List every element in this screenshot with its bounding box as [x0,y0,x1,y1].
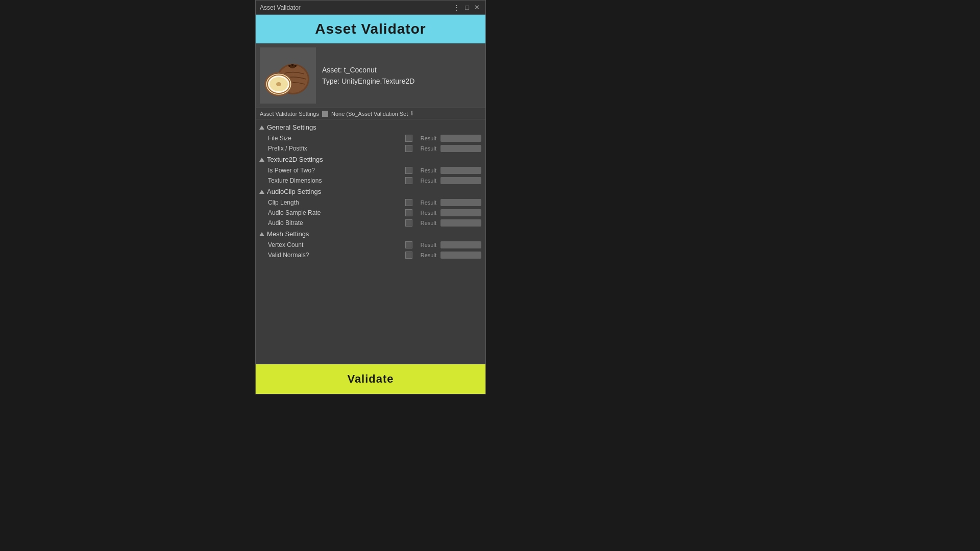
row-power-of-two: Is Power of Two? Result [256,165,485,176]
maximize-icon[interactable]: □ [463,4,471,11]
result-label-power-of-two: Result [421,167,436,173]
row-valid-normals: Valid Normals? Result [256,250,485,260]
row-vertex-count: Vertex Count Result [256,240,485,250]
result-bar-prefix-postfix [440,145,481,152]
result-bar-audio-sample-rate [440,209,481,216]
asset-name: Asset: t_Coconut [322,66,414,74]
checkbox-vertex-count[interactable] [405,241,412,248]
settings-bar: Asset Validator Settings None (So_Asset … [256,108,485,119]
checkbox-clip-length[interactable] [405,199,412,206]
section-audioclip-label: AudioClip Settings [267,188,321,195]
result-label-audio-sample-rate: Result [421,210,436,216]
asset-info: Asset: t_Coconut Type: UnityEngine.Textu… [322,66,414,85]
validate-button[interactable]: Validate [256,364,485,394]
window-controls: ⋮ □ ✕ [452,4,481,11]
triangle-texture2d [259,158,264,162]
asset-preview: Asset: t_Coconut Type: UnityEngine.Textu… [256,43,485,108]
triangle-mesh [259,232,264,236]
label-prefix-postfix: Prefix / Postfix [268,145,340,152]
section-general[interactable]: General Settings [256,121,485,133]
file-icon [322,111,328,117]
row-audio-sample-rate: Audio Sample Rate Result [256,208,485,218]
info-icon[interactable]: ℹ [411,110,413,117]
checkbox-valid-normals[interactable] [405,252,412,259]
svg-point-4 [291,64,293,66]
asset-thumbnail [260,47,316,104]
label-power-of-two: Is Power of Two? [268,167,340,174]
triangle-audioclip [259,190,264,194]
result-label-texture-dimensions: Result [421,178,436,184]
title-bar: Asset Validator ⋮ □ ✕ [256,1,485,15]
row-audio-bitrate: Audio Bitrate Result [256,218,485,228]
coconut-image [262,53,313,98]
row-prefix-postfix: Prefix / Postfix Result [256,143,485,154]
section-mesh-label: Mesh Settings [267,230,309,238]
asset-type: Type: UnityEngine.Texture2D [322,77,414,85]
svg-point-11 [276,82,281,86]
window-header: Asset Validator [256,15,485,43]
checkbox-power-of-two[interactable] [405,167,412,174]
checkbox-prefix-postfix[interactable] [405,145,412,152]
checkbox-texture-dimensions[interactable] [405,177,412,184]
settings-bar-label: Asset Validator Settings [260,111,319,117]
section-mesh[interactable]: Mesh Settings [256,228,485,240]
triangle-general [259,126,264,130]
menu-icon[interactable]: ⋮ [452,4,461,11]
result-bar-file-size [440,135,481,142]
checkbox-audio-bitrate[interactable] [405,219,412,227]
label-audio-bitrate: Audio Bitrate [268,219,340,227]
asset-validator-window: Asset Validator ⋮ □ ✕ Asset Validator [255,0,486,394]
result-bar-texture-dimensions [440,177,481,184]
label-clip-length: Clip Length [268,199,340,206]
row-file-size: File Size Result [256,133,485,143]
result-label-prefix-postfix: Result [421,145,436,152]
checkbox-file-size[interactable] [405,135,412,142]
label-vertex-count: Vertex Count [268,241,340,248]
window-title: Asset Validator [260,4,301,11]
label-texture-dimensions: Texture Dimensions [268,177,340,184]
label-valid-normals: Valid Normals? [268,252,340,259]
content-area [256,260,485,362]
result-bar-vertex-count [440,241,481,248]
result-label-valid-normals: Result [421,252,436,258]
result-bar-clip-length [440,199,481,206]
section-general-label: General Settings [267,123,316,131]
label-audio-sample-rate: Audio Sample Rate [268,209,340,216]
section-audioclip[interactable]: AudioClip Settings [256,186,485,197]
section-texture2d-label: Texture2D Settings [267,156,323,163]
svg-point-3 [288,65,290,67]
settings-main: General Settings File Size Result Prefix… [256,119,485,364]
result-label-audio-bitrate: Result [421,220,436,226]
result-label-clip-length: Result [421,199,436,206]
result-bar-valid-normals [440,252,481,259]
row-texture-dimensions: Texture Dimensions Result [256,176,485,186]
row-clip-length: Clip Length Result [256,197,485,208]
label-file-size: File Size [268,135,340,142]
result-bar-power-of-two [440,167,481,174]
svg-point-5 [295,65,297,67]
result-label-vertex-count: Result [421,242,436,248]
checkbox-audio-sample-rate[interactable] [405,209,412,216]
close-icon[interactable]: ✕ [473,4,481,11]
result-label-file-size: Result [421,135,436,141]
header-title: Asset Validator [315,21,426,37]
result-bar-audio-bitrate [440,219,481,227]
section-texture2d[interactable]: Texture2D Settings [256,154,485,165]
validation-set-label: None (So_Asset Validation Set [331,111,408,117]
